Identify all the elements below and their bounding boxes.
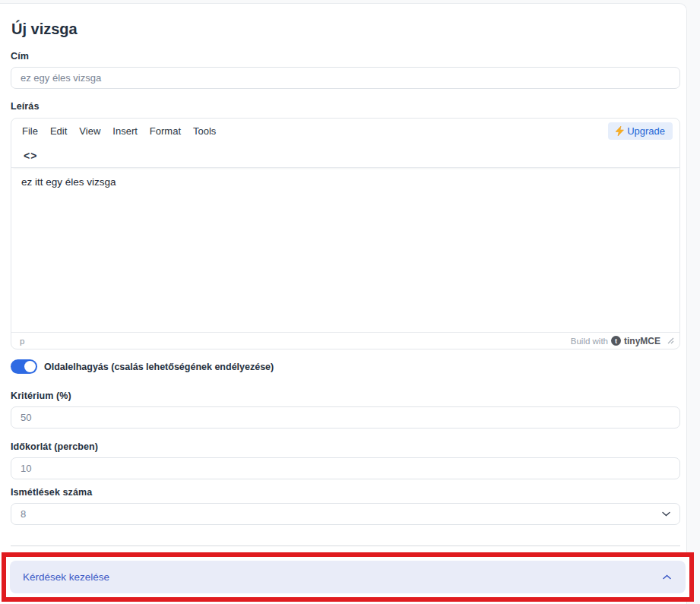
tinymce-branding: Build with t tinyMCE xyxy=(571,336,674,346)
questions-accordion-header[interactable]: Kérdések kezelése xyxy=(10,561,686,593)
menu-view[interactable]: View xyxy=(73,123,106,139)
branding-prefix: Build with xyxy=(571,337,608,346)
element-path[interactable]: p xyxy=(20,337,24,346)
upgrade-button-label: Upgrade xyxy=(627,125,665,137)
time-limit-input[interactable] xyxy=(11,457,680,479)
editor-content-area[interactable]: ez itt egy éles vizsga xyxy=(11,168,679,332)
questions-accordion-label: Kérdések kezelése xyxy=(23,571,109,583)
repetitions-field-label: Ismétlések száma xyxy=(11,487,680,498)
repetitions-selected-value: 8 xyxy=(21,508,26,520)
menu-insert[interactable]: Insert xyxy=(106,123,144,139)
tinymce-menubar: File Edit View Insert Format Tools Upgra… xyxy=(11,119,679,144)
chevron-up-icon xyxy=(663,574,671,580)
annotation-box: Kérdések kezelése xyxy=(2,552,694,602)
tinymce-toolbar: <> xyxy=(11,144,679,168)
menu-tools[interactable]: Tools xyxy=(187,123,222,139)
repetitions-select[interactable]: 8 xyxy=(11,503,680,525)
menu-edit[interactable]: Edit xyxy=(44,123,73,139)
time-limit-field-label: Időkorlát (percben) xyxy=(11,441,680,452)
page-leave-toggle-row: Oldalelhagyás (csalás lehetőségének endé… xyxy=(11,359,680,374)
chevron-down-icon xyxy=(662,511,670,517)
menu-file[interactable]: File xyxy=(16,123,44,139)
section-divider xyxy=(11,545,680,546)
page-title: Új vizsga xyxy=(11,21,680,38)
page-leave-toggle[interactable] xyxy=(11,359,37,374)
description-field-label: Leírás xyxy=(11,101,680,112)
criterion-field-label: Kritérium (%) xyxy=(11,391,680,401)
title-input[interactable] xyxy=(11,67,680,89)
source-code-icon[interactable]: <> xyxy=(21,148,40,163)
branding-name[interactable]: tinyMCE xyxy=(624,336,660,346)
toggle-knob xyxy=(24,361,36,372)
tinymce-statusbar: p Build with t tinyMCE xyxy=(11,332,679,349)
criterion-input[interactable] xyxy=(11,406,680,428)
lightning-bolt-icon xyxy=(616,126,624,136)
resize-grip-icon[interactable] xyxy=(667,337,674,344)
title-field-label: Cím xyxy=(11,51,680,62)
exam-form-card: Új vizsga Cím Leírás File Edit View Inse… xyxy=(0,3,687,604)
tinymce-editor: File Edit View Insert Format Tools Upgra… xyxy=(11,118,680,349)
upgrade-button[interactable]: Upgrade xyxy=(608,122,673,140)
menu-format[interactable]: Format xyxy=(144,123,187,139)
page-leave-toggle-label: Oldalelhagyás (csalás lehetőségének endé… xyxy=(44,362,274,372)
tinymce-logo-icon: t xyxy=(611,336,621,346)
